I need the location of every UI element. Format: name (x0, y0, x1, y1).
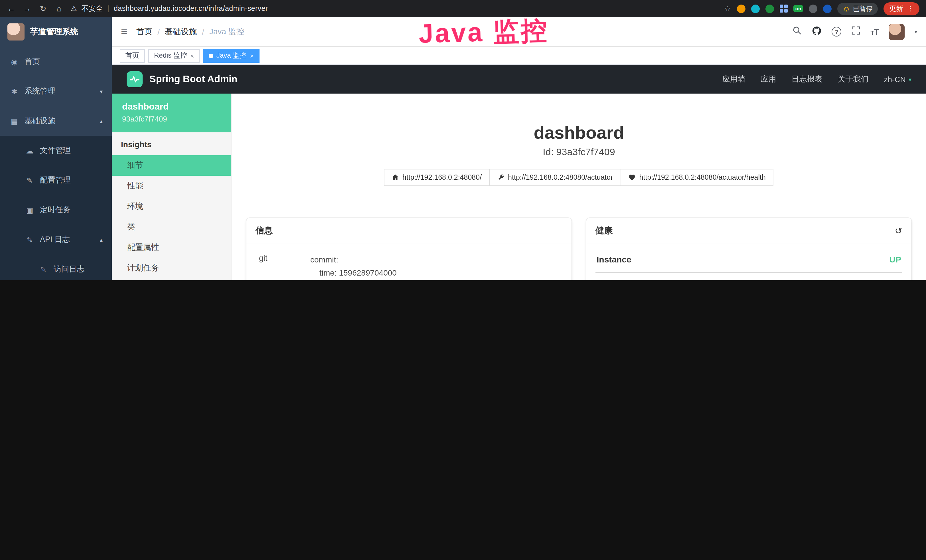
screen: ← → ↻ ⌂ ⚠ 不安全 | dashboard.yudao.iocoder.… (0, 0, 926, 280)
breadcrumb-item[interactable]: 基础设施 (165, 27, 197, 37)
instance-name: dashboard (122, 101, 221, 112)
chevron-down-icon[interactable]: ▾ (915, 29, 917, 35)
sba-content: dashboard Id: 93a3fc7f7409 http://192.16… (232, 94, 926, 280)
chevron-down-icon: ▾ (100, 88, 103, 94)
extension-on-badge[interactable]: on (793, 5, 803, 12)
sidebar-item-infrastructure[interactable]: ▤ 基础设施 ▴ (0, 106, 112, 136)
instance-header[interactable]: dashboard 93a3fc7f7409 (112, 94, 231, 132)
sba-nav-wallboard[interactable]: 应用墙 (722, 74, 745, 85)
dashboard-icon: ◉ (10, 58, 19, 66)
forward-icon[interactable]: → (23, 4, 31, 13)
bookmark-star-icon[interactable]: ☆ (724, 4, 731, 13)
sidebar-item-label: 系统管理 (24, 86, 55, 97)
extension-grid-icon[interactable] (780, 5, 788, 12)
tab-redis-monitor[interactable]: Redis 监控 × (148, 49, 200, 62)
sidebar-item-home[interactable]: ◉ 首页 (0, 47, 112, 76)
extension-icon-6[interactable] (823, 4, 832, 13)
api-log-icon: ✎ (25, 235, 34, 244)
sba-sidebar: dashboard 93a3fc7f7409 Insights 细节 性能 环境… (112, 94, 232, 280)
chevron-up-icon: ▴ (100, 236, 103, 243)
sidebar-item-system[interactable]: ✱ 系统管理 ▾ (0, 76, 112, 106)
breadcrumb-separator: / (202, 27, 204, 36)
app-frame: 芋道管理系统 ◉ 首页 ✱ 系统管理 ▾ ▤ 基础设施 ▴ (0, 17, 926, 280)
status-badge: UP (889, 254, 901, 264)
sba-nav-journal[interactable]: 日志报表 (791, 74, 822, 85)
logo-avatar (8, 23, 24, 41)
hamburger-icon[interactable]: ≡ (121, 26, 127, 38)
git-time-line: time: 1596289704000 (319, 267, 562, 280)
tab-home[interactable]: 首页 (120, 49, 145, 62)
sba-item-scheduled[interactable]: 计划任务 (112, 258, 231, 278)
home-icon[interactable]: ⌂ (55, 4, 63, 13)
back-icon[interactable]: ← (7, 4, 15, 13)
health-url-button[interactable]: http://192.168.0.2:48080/actuator/health (620, 169, 773, 186)
tab-close-icon[interactable]: × (250, 52, 254, 59)
warning-icon: ⚠ (71, 5, 77, 12)
sba-item-classes[interactable]: 类 (112, 217, 231, 238)
spring-boot-admin: Spring Boot Admin 应用墙 应用 日志报表 关于我们 zh-CN… (112, 65, 926, 280)
locale-select[interactable]: zh-CN ▾ (884, 75, 911, 83)
sba-item-configprops[interactable]: 配置属性 (112, 238, 231, 258)
sidebar-item-label: 访问日志 (54, 264, 85, 274)
sidebar-item-access-log[interactable]: ✎ 访问日志 (0, 254, 112, 280)
sidebar-item-label: 配置管理 (40, 175, 71, 185)
instance-links: http://192.168.0.2:48080/ http://192.168… (247, 169, 911, 186)
font-size-icon[interactable]: TT (870, 27, 879, 37)
fullscreen-icon[interactable] (851, 26, 861, 38)
info-row: git commit: time: 1596289704000 id: 27aa… (256, 253, 562, 280)
sidebar-item-files[interactable]: ☁ 文件管理 (0, 136, 112, 165)
actuator-url-button[interactable]: http://192.168.0.2:48080/actuator (489, 169, 621, 186)
sba-item-details[interactable]: 细节 (112, 155, 231, 176)
browser-actions: ☆ on ☺ 已暂停 更新 ⋮ (724, 2, 920, 15)
sba-body: dashboard 93a3fc7f7409 Insights 细节 性能 环境… (112, 94, 926, 280)
sidebar-item-label: 定时任务 (40, 205, 71, 215)
app-logo[interactable]: 芋道管理系统 (0, 17, 112, 47)
extension-icon-3[interactable] (766, 4, 774, 13)
breadcrumb-item-current: Java 监控 (209, 27, 244, 37)
home-icon (392, 174, 398, 181)
address-bar[interactable]: ⚠ 不安全 | dashboard.yudao.iocoder.cn/infra… (71, 4, 268, 14)
user-avatar[interactable] (889, 24, 905, 40)
help-icon[interactable]: ? (832, 27, 841, 36)
chrome-update-button[interactable]: 更新 ⋮ (884, 2, 920, 15)
history-icon[interactable]: ↺ (895, 226, 902, 236)
breadcrumb: 首页 / 基础设施 / Java 监控 (136, 27, 244, 37)
sidebar-item-label: 基础设施 (24, 116, 55, 126)
sba-nav-applications[interactable]: 应用 (761, 74, 776, 85)
infrastructure-submenu: ☁ 文件管理 ✎ 配置管理 ▣ 定时任务 ✎ API 日志 ▴ (0, 136, 112, 280)
health-card-body: Instance UP (586, 244, 911, 280)
app-title: 芋道管理系统 (30, 27, 78, 37)
actuator-url: http://192.168.0.2:48080/actuator (508, 173, 613, 182)
sba-item-performance[interactable]: 性能 (112, 176, 231, 196)
admin-sidebar: 芋道管理系统 ◉ 首页 ✱ 系统管理 ▾ ▤ 基础设施 ▴ (0, 17, 112, 280)
health-row[interactable]: Instance UP (595, 253, 902, 273)
sba-nav-about[interactable]: 关于我们 (838, 74, 869, 85)
search-icon[interactable] (792, 26, 802, 38)
sba-logo-icon[interactable] (127, 71, 142, 87)
extension-icon-5[interactable] (809, 4, 817, 13)
breadcrumb-separator: / (157, 27, 160, 36)
tags-view: 首页 Redis 监控 × Java 监控 × (112, 47, 926, 65)
breadcrumb-item[interactable]: 首页 (136, 27, 152, 37)
sidebar-item-api-log[interactable]: ✎ API 日志 ▴ (0, 225, 112, 254)
sidebar-item-config[interactable]: ✎ 配置管理 (0, 165, 112, 195)
sidebar-item-jobs[interactable]: ▣ 定时任务 (0, 195, 112, 225)
insights-section: Insights 细节 性能 环境 类 配置属性 计划任务 (112, 132, 231, 280)
tab-close-icon[interactable]: × (191, 52, 194, 59)
health-url: http://192.168.0.2:48080/actuator/health (639, 173, 766, 182)
github-icon[interactable] (812, 26, 822, 38)
profile-paused-badge[interactable]: ☺ 已暂停 (837, 3, 878, 15)
gear-icon: ✱ (10, 87, 19, 95)
service-url-button[interactable]: http://192.168.0.2:48080/ (384, 169, 490, 186)
top-navbar: ≡ 首页 / 基础设施 / Java 监控 ? (112, 17, 926, 47)
reload-icon[interactable]: ↻ (39, 4, 47, 13)
update-label: 更新 (889, 4, 903, 14)
sba-item-environment[interactable]: 环境 (112, 196, 231, 217)
divider: | (107, 5, 109, 12)
git-commit-line: commit: (310, 253, 562, 266)
chevron-up-icon: ▴ (100, 118, 103, 124)
extension-icon-1[interactable] (737, 4, 746, 13)
tab-java-monitor[interactable]: Java 监控 × (203, 49, 259, 62)
extension-icon-2[interactable] (751, 4, 760, 13)
card-title: 信息 (247, 218, 572, 244)
